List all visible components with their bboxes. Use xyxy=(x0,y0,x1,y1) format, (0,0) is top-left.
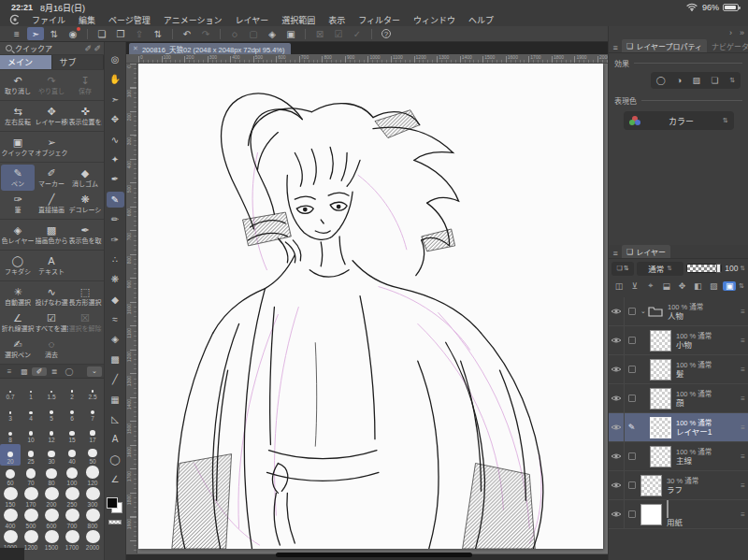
canvas-page[interactable] xyxy=(138,64,603,549)
quick-描画色から-button[interactable]: ▩描画色から xyxy=(35,222,68,248)
brush-size-2[interactable]: 2 xyxy=(62,380,82,401)
layer-lock-icon-6[interactable]: ▨ xyxy=(707,281,720,291)
menu-item-ウィンドウ[interactable]: ウィンドウ xyxy=(413,14,455,26)
layer-thumbnail[interactable] xyxy=(650,446,671,467)
layer-checkbox[interactable] xyxy=(625,510,639,518)
layer-row-ラフ[interactable]: 30 % 通常ラフ≡ xyxy=(609,471,748,500)
subtool-minitab[interactable]: ≣ xyxy=(47,367,62,376)
brush-size-100[interactable]: 100 xyxy=(62,466,82,487)
layer-thumbnail[interactable] xyxy=(650,330,671,352)
quick-直接描画-button[interactable]: ╱直接描画 xyxy=(35,191,68,217)
folder-expand-chevron[interactable]: ⌄ xyxy=(639,308,648,315)
layer-row-menu-icon[interactable]: ≡ xyxy=(741,308,745,316)
brush-size-2000[interactable]: 2000 xyxy=(82,530,103,552)
quick-筆-button[interactable]: ✑筆 xyxy=(1,191,35,217)
layer-checkbox[interactable] xyxy=(625,481,639,489)
deselect-button[interactable]: ⊠ xyxy=(311,27,328,40)
layer-visibility-toggle[interactable] xyxy=(609,471,625,499)
tool-balloon[interactable]: ◯ xyxy=(107,452,124,467)
layer-row-レイヤー1[interactable]: ✎100 % 通常レイヤー1≡ xyxy=(609,413,748,442)
layer-thumbnail[interactable] xyxy=(640,504,662,525)
brush-size-7[interactable]: 7 xyxy=(82,401,103,423)
layer-visibility-toggle[interactable] xyxy=(609,413,625,441)
tool-operate[interactable]: ➣ xyxy=(107,92,124,108)
layer-checkbox[interactable] xyxy=(625,452,639,460)
brush-size-200[interactable]: 200 xyxy=(41,487,62,509)
layer-row-menu-icon[interactable]: ≡ xyxy=(741,452,745,461)
layer-checkbox[interactable] xyxy=(625,366,639,373)
expression-color-dropdown[interactable]: カラー ⇅ xyxy=(624,111,734,130)
layer-visibility-toggle[interactable] xyxy=(609,297,625,325)
layer-edit-indicator[interactable]: ✎ xyxy=(625,423,639,432)
quick-投げなわ選択-button[interactable]: ∿投げなわ選択 xyxy=(35,283,68,309)
collapse-chevron-icon[interactable]: ⌄ xyxy=(87,366,102,377)
tool-pencil[interactable]: ✏ xyxy=(107,211,124,227)
quick-やり直し-button[interactable]: ↷やり直し xyxy=(35,72,68,98)
brush-size-250[interactable]: 250 xyxy=(62,487,82,509)
layer-row-小物[interactable]: 100 % 通常小物≡ xyxy=(609,326,748,355)
redo-button[interactable]: ↷ xyxy=(197,27,214,40)
tool-zoom[interactable]: ◎ xyxy=(107,51,124,67)
tool-selection[interactable]: ∿ xyxy=(107,132,124,148)
brush-size-0.7[interactable]: 0.7 xyxy=(0,380,21,401)
layer-thumbnail[interactable] xyxy=(650,359,671,381)
menu-item-ページ管理[interactable]: ページ管理 xyxy=(108,14,151,26)
menu-item-レイヤー[interactable]: レイヤー xyxy=(236,14,269,26)
layer-visibility-toggle[interactable] xyxy=(609,442,625,470)
brush-size-5[interactable]: 5 xyxy=(41,401,62,423)
tool-frame[interactable]: ▦ xyxy=(107,392,124,408)
effect-button-2[interactable]: ▨ xyxy=(693,76,701,85)
page-stepper-button[interactable]: ⇅ xyxy=(150,27,166,40)
menu-item-編集[interactable]: 編集 xyxy=(79,14,95,26)
tool-pen[interactable]: ✎ xyxy=(107,192,124,208)
layer-row-menu-icon[interactable]: ≡ xyxy=(741,395,745,403)
subtool-minitab[interactable]: ✐ xyxy=(32,367,47,376)
registered-tool-icon[interactable]: ✐ xyxy=(94,44,101,53)
quick-自動選択-button[interactable]: ✳自動選択 xyxy=(1,283,35,309)
panel-menu-icon[interactable]: ≡ xyxy=(609,43,622,52)
tool-figure[interactable]: ╱ xyxy=(107,371,124,387)
export-button[interactable]: ⇪ xyxy=(131,27,148,40)
select-to-layer-button[interactable]: ☑ xyxy=(330,27,347,40)
layers-menu-icon[interactable]: ≡ xyxy=(609,249,622,258)
brush-size-800[interactable]: 800 xyxy=(82,509,103,530)
quick-消去-button[interactable]: ◌消去 xyxy=(35,336,68,362)
quick-折れ線選択-button[interactable]: ∠折れ線選択 xyxy=(1,309,35,336)
brush-size-10[interactable]: 10 xyxy=(21,423,41,444)
brush-size-60[interactable]: 60 xyxy=(0,466,21,487)
layer-row-menu-icon[interactable]: ≡ xyxy=(741,366,745,374)
transform-button[interactable]: ▣ xyxy=(282,27,299,40)
tool-eraser[interactable]: ◆ xyxy=(107,292,124,308)
layer-row-顔[interactable]: 100 % 通常顔≡ xyxy=(609,384,748,413)
brush-size-2.5[interactable]: 2.5 xyxy=(82,380,103,401)
quick-表示色を取得-button[interactable]: ✒表示色を取得 xyxy=(68,222,102,248)
brush-size-30[interactable]: 30 xyxy=(41,444,62,466)
layer-lock-icon-4[interactable]: ✥ xyxy=(676,281,689,291)
tool-text[interactable]: A xyxy=(107,431,124,447)
brush-size-600[interactable]: 600 xyxy=(41,509,62,530)
panel-more-icon[interactable]: » xyxy=(740,28,744,37)
tool-ruler[interactable]: ◺ xyxy=(107,411,124,427)
layer-thumbnail[interactable] xyxy=(650,388,671,409)
layer-row-menu-icon[interactable]: ≡ xyxy=(741,510,745,519)
fill-button[interactable]: ◈ xyxy=(264,27,280,40)
quick-access-tab-メイン[interactable]: メイン xyxy=(0,55,52,69)
tool-airbrush[interactable]: ∴ xyxy=(107,251,124,267)
brush-size-150[interactable]: 150 xyxy=(0,487,21,509)
tool-line-correct[interactable]: ∠ xyxy=(107,471,124,487)
quick-消しゴム-button[interactable]: ◆消しゴム xyxy=(68,165,102,191)
brush-size-12[interactable]: 12 xyxy=(41,423,62,444)
brush-size-120[interactable]: 120 xyxy=(82,466,103,487)
color-swatches[interactable] xyxy=(107,497,123,514)
quick-保存-button[interactable]: ↧保存 xyxy=(68,72,102,98)
menu-item-表示[interactable]: 表示 xyxy=(328,14,345,26)
layer-row-主線[interactable]: 100 % 通常主線≡ xyxy=(609,442,748,471)
quick-選択ペン-button[interactable]: ✍選択ペン xyxy=(1,336,35,362)
layer-row-髪[interactable]: 100 % 通常髪≡ xyxy=(609,355,748,384)
brush-size-4[interactable]: 4 xyxy=(21,401,41,423)
brush-size-17[interactable]: 17 xyxy=(82,423,103,444)
search-icon[interactable] xyxy=(6,45,12,51)
quick-すべてを選択-button[interactable]: ☑すべてを選択 xyxy=(35,309,68,336)
snap-button[interactable]: ◌ xyxy=(226,27,243,40)
brush-size-80[interactable]: 80 xyxy=(41,466,62,487)
